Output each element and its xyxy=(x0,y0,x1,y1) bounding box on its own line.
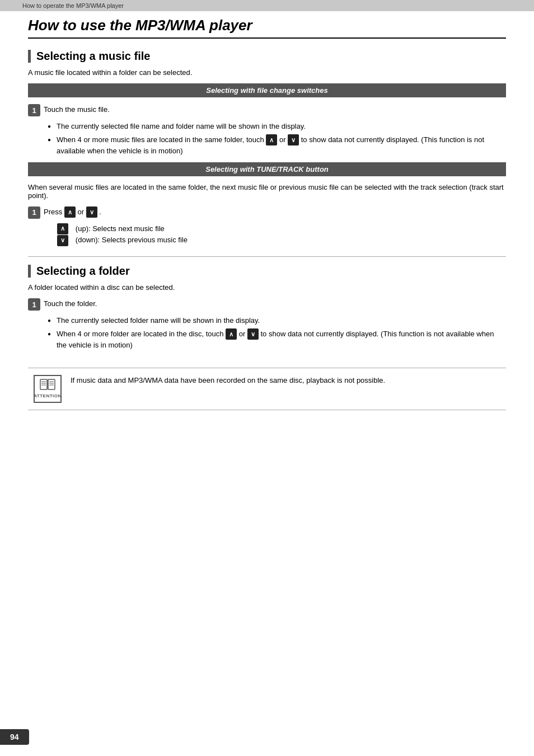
down-key-small xyxy=(57,235,68,246)
tune-sub-bullets: (up): Selects next music file (down): Se… xyxy=(57,223,506,247)
attention-box: ATTENTION If music data and MP3/WMA data… xyxy=(28,368,506,410)
attention-text: If music data and MP3/WMA data have been… xyxy=(71,375,385,386)
step1-row: 1 Touch the music file. xyxy=(28,104,506,116)
section2-bullets: The currently selected folder name will … xyxy=(48,315,506,351)
content-area: How to use the MP3/WMA player Selecting … xyxy=(0,11,534,421)
page-number: 94 xyxy=(0,729,29,745)
section-selecting-music-file: Selecting a music file A music file loca… xyxy=(28,50,506,246)
svg-rect-0 xyxy=(40,379,47,389)
step1-text: Touch the music file. xyxy=(44,104,110,115)
step1-folder-text: Touch the folder. xyxy=(44,298,97,309)
subsection2-title: Selecting with TUNE/TRACK button xyxy=(28,162,506,176)
section2-heading: Selecting a folder xyxy=(28,265,506,278)
section1-heading: Selecting a music file xyxy=(28,50,506,63)
bullet-item: When 4 or more folder are located in the… xyxy=(48,328,506,351)
folder-down-key xyxy=(247,328,259,340)
section2-description: A folder located within a disc can be se… xyxy=(28,283,506,292)
attention-icon: ATTENTION xyxy=(34,375,62,403)
step1-tune-row: 1 Press or . xyxy=(28,206,506,219)
up-inline-key xyxy=(57,223,68,235)
bullet-item: When 4 or more music files are located i… xyxy=(48,134,506,157)
breadcrumb: How to operate the MP3/WMA player xyxy=(0,0,534,11)
step1-tune-badge: 1 xyxy=(28,206,40,219)
subsection-tune-track: Selecting with TUNE/TRACK button When se… xyxy=(28,162,506,247)
subsection2-intro: When several music files are located in … xyxy=(28,183,506,200)
press-up-key xyxy=(64,206,76,218)
subsection-file-change-switches: Selecting with file change switches 1 To… xyxy=(28,83,506,157)
step1-folder-badge: 1 xyxy=(28,298,40,311)
bullet-item: The currently selected file name and fol… xyxy=(48,121,506,132)
book-icon xyxy=(40,379,55,392)
page-wrapper: How to operate the MP3/WMA player How to… xyxy=(0,0,534,756)
sub-bullet-up: (up): Selects next music file xyxy=(57,223,506,235)
sub-bullet-down: (down): Selects previous music file xyxy=(57,234,506,246)
step1-badge: 1 xyxy=(28,104,40,116)
subsection1-title: Selecting with file change switches xyxy=(28,83,506,97)
step1-folder-row: 1 Touch the folder. xyxy=(28,298,506,311)
attention-label: ATTENTION xyxy=(34,393,62,398)
page-title: How to use the MP3/WMA player xyxy=(28,17,506,39)
bullet-item: The currently selected folder name will … xyxy=(48,315,506,326)
press-down-key xyxy=(86,206,97,218)
section1-description: A music file located within a folder can… xyxy=(28,68,506,77)
section-selecting-folder: Selecting a folder A folder located with… xyxy=(28,265,506,351)
folder-up-key xyxy=(226,328,237,340)
svg-rect-1 xyxy=(48,379,55,389)
up-key-icon xyxy=(266,134,277,145)
section-divider xyxy=(28,256,506,257)
step1-tune-text: Press or . xyxy=(44,206,101,218)
up-key-small xyxy=(57,223,68,234)
down-inline-key xyxy=(57,234,68,246)
down-key-icon xyxy=(288,134,299,145)
subsection1-bullets: The currently selected file name and fol… xyxy=(48,121,506,157)
